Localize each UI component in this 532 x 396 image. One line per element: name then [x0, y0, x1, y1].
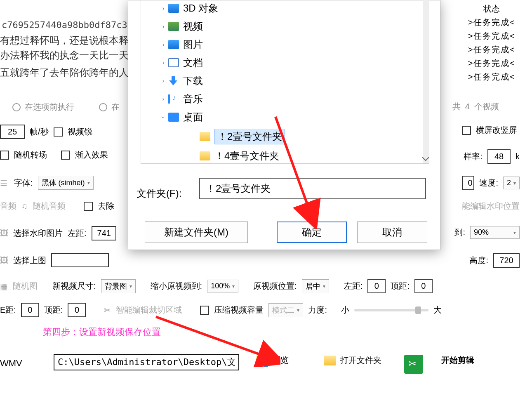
remove-checkbox[interactable] [84, 202, 93, 211]
crop-button: 智能编辑裁切区域 [116, 304, 182, 316]
top2-input[interactable]: 0 [68, 303, 86, 317]
fps-input[interactable]: 25 [0, 125, 25, 139]
height-input[interactable]: 720 [493, 253, 520, 268]
tree-item[interactable]: 视频 [183, 20, 203, 33]
start-button[interactable]: 开始剪辑 [441, 355, 474, 366]
compress-label: 压缩视频容量 [214, 304, 264, 316]
folder-name-input[interactable] [199, 178, 426, 199]
left-input[interactable]: 0 [367, 279, 386, 293]
open-folder-button[interactable]: 打开文件夹 [340, 355, 381, 366]
objects3d-icon [168, 4, 179, 13]
status-header: 状态 [468, 3, 516, 14]
image-icon: 🖼 [0, 256, 8, 265]
mode-select[interactable]: 模式二▾ [268, 303, 303, 317]
random-transition-checkbox[interactable] [0, 151, 9, 160]
status-row: >任务完成< [468, 44, 516, 55]
tree-item[interactable]: 下载 [183, 74, 203, 87]
pictures-icon [168, 40, 179, 49]
sample-rate-label: 样率: [464, 151, 483, 162]
shrink-label: 缩小原视频到: [151, 280, 202, 292]
tree-scrollbar[interactable] [423, 0, 429, 163]
landscape-checkbox[interactable] [462, 126, 471, 135]
random-img-label: 随机图 [13, 280, 38, 292]
left-label: 左距: [344, 280, 363, 292]
folder-tree[interactable]: ›3D 对象 ›视频 ›图片 ›文档 ›下载 ›音乐 ›桌面 ！2壹号文件夹 ！… [141, 0, 429, 164]
e-input[interactable]: 0 [21, 303, 39, 317]
browse-button[interactable]: 浏览 [272, 355, 289, 366]
speed-select[interactable]: 2▾ [503, 177, 520, 189]
folder-icon [200, 151, 210, 160]
sample-rate-input[interactable]: 48 [487, 149, 511, 164]
sample-rate-unit: k [516, 152, 520, 161]
tree-item[interactable]: 文档 [183, 56, 203, 69]
radio-at-label: 在 [111, 101, 120, 113]
pick-above-input[interactable] [51, 253, 109, 267]
radio-before[interactable] [12, 103, 21, 111]
bg-line-1: 有想过释怀吗，还是说根本释 [0, 34, 129, 47]
top2-label: 顶距: [44, 304, 63, 316]
pick-above-button[interactable]: 选择上图 [13, 255, 46, 266]
fade-checkbox[interactable] [61, 151, 70, 160]
newsize-label: 新视频尺寸: [52, 280, 96, 292]
num-input-0[interactable]: 0 [462, 176, 474, 190]
image-icon: 🖼 [0, 229, 8, 238]
pos-label: 原视频位置: [253, 280, 297, 292]
downloads-icon [168, 76, 179, 85]
browse-icon [256, 356, 268, 365]
save-path-input[interactable] [54, 354, 239, 370]
svg-line-1 [156, 317, 272, 359]
random-audio-label: 随机音频 [33, 200, 66, 212]
pos-select[interactable]: 居中▾ [302, 279, 329, 293]
radio-at[interactable] [99, 103, 107, 111]
wm-left-input[interactable]: 741 [92, 226, 116, 240]
tree-item[interactable]: 3D 对象 [183, 2, 218, 15]
pick-watermark-button[interactable]: 选择水印图片 [13, 228, 63, 239]
cancel-button[interactable]: 取消 [357, 222, 427, 243]
folder-field-label: 文件夹(F): [137, 187, 181, 200]
tree-item[interactable]: 音乐 [183, 92, 203, 106]
status-row: >任务完成< [468, 58, 516, 69]
fps-unit-label: 帧/秒 [30, 126, 49, 137]
wm-left-label: 左距: [68, 228, 87, 239]
new-folder-button[interactable]: 新建文件夹(M) [145, 222, 248, 243]
top-label: 顶距: [391, 280, 410, 292]
font-select[interactable]: 黑体 (simhei)▾ [38, 176, 94, 190]
audio-label: 音频 [0, 200, 16, 212]
force-slider[interactable] [354, 309, 428, 311]
folder-icon [324, 356, 336, 365]
radio-before-label: 在选项前执行 [25, 101, 74, 113]
video-count: 共 4 个视频 [452, 101, 499, 112]
documents-icon [168, 58, 179, 67]
height-label: 高度: [469, 255, 488, 266]
folder-icon [200, 132, 210, 141]
tree-item[interactable]: ！4壹号文件夹 [214, 149, 279, 163]
fade-label: 渐入效果 [75, 149, 108, 160]
tree-item[interactable]: 图片 [183, 38, 203, 51]
shrink-select[interactable]: 100%▾ [207, 280, 238, 292]
e-label: E距: [0, 304, 16, 316]
hash-text: c7695257440a98bb0df87c337f [2, 20, 144, 30]
bg-line-2: 办法释怀我的执念一天比一天 [0, 49, 129, 62]
image-icon: ▦ [0, 281, 8, 291]
smart-wm-label: 能编辑水印位置 [462, 200, 520, 212]
force-label: 力度: [308, 304, 327, 316]
compress-checkbox[interactable] [200, 306, 209, 315]
tree-item[interactable]: 桌面 [183, 111, 203, 124]
tree-item-selected[interactable]: ！2壹号文件夹 [214, 129, 285, 144]
sharp-checkbox[interactable] [54, 127, 63, 137]
status-row: >任务完成< [468, 71, 516, 82]
speed-label: 速度: [479, 177, 498, 189]
folder-dialog: ›3D 对象 ›视频 ›图片 ›文档 ›下载 ›音乐 ›桌面 ！2壹号文件夹 ！… [128, 0, 440, 250]
landscape-label: 横屏改竖屏 [476, 125, 517, 136]
to-label: 到: [454, 227, 465, 238]
sharp-label: 视频锐 [68, 126, 92, 137]
status-row: >任务完成< [468, 31, 516, 42]
to-select[interactable]: 90%▾ [470, 226, 520, 239]
force-big: 大 [433, 304, 442, 316]
ok-button[interactable]: 确定 [277, 222, 347, 243]
top-input[interactable]: 0 [414, 279, 433, 293]
status-column: 状态 >任务完成< >任务完成< >任务完成< >任务完成< >任务完成< [468, 3, 516, 85]
force-small: 小 [341, 304, 349, 316]
music-icon: ♫ [21, 201, 28, 211]
newsize-select[interactable]: 背景图▾ [101, 279, 136, 293]
